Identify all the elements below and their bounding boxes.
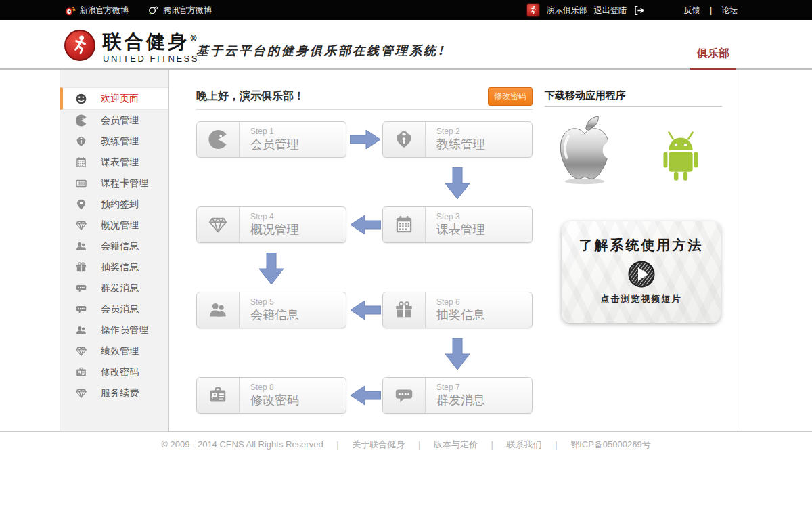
location-pin-icon [75, 198, 87, 211]
video-card-title: 了解系统使用方法 [579, 236, 704, 255]
smiley-icon [75, 93, 87, 105]
brand-name-cn: 联合健身® [103, 28, 199, 52]
sidebar-item-membership[interactable]: 会籍信息 [60, 236, 168, 257]
step-number: Step 2 [436, 127, 485, 137]
android-robot[interactable] [651, 126, 710, 184]
footer-divider [0, 431, 812, 432]
chat-bubble-icon [75, 282, 87, 294]
step-box-8[interactable]: Step 8 修改密码 [196, 377, 346, 414]
arrow-right-icon [350, 129, 381, 150]
diamond-icon [75, 387, 87, 399]
topbar: 新浪官方微博 腾讯官方微博 演示俱乐部 退出登陆 [0, 0, 812, 20]
topbar-separator: | [707, 5, 715, 15]
arrow-left-icon [350, 385, 381, 406]
diamond-icon [75, 219, 87, 232]
calendar-icon [383, 207, 426, 242]
downloads-divider [545, 106, 722, 107]
step-box-1[interactable]: Step 1 会员管理 [196, 121, 346, 158]
app-window: 新浪官方微博 腾讯官方微博 演示俱乐部 退出登陆 [0, 0, 812, 524]
step-label: 课表管理 [436, 222, 485, 238]
chat-bubble-icon [75, 303, 87, 315]
sidebar-item-course-card[interactable]: 课程卡管理 [60, 173, 168, 194]
sidebar-item-broadcast[interactable]: 群发消息 [60, 278, 168, 299]
sidebar-item-lottery[interactable]: 抽奖信息 [60, 257, 168, 278]
greeting-divider [196, 109, 533, 110]
feedback-link[interactable]: 反馈 [684, 5, 700, 16]
step-box-5[interactable]: Step 5 会籍信息 [196, 292, 346, 328]
step-box-4[interactable]: Step 4 概况管理 [196, 206, 346, 243]
footer-link-about[interactable]: 关于联合健身 [346, 439, 410, 450]
sidebar-item-renewal[interactable]: 服务续费 [60, 383, 168, 403]
logout-icon[interactable] [633, 5, 645, 16]
arrow-left-icon [350, 215, 381, 235]
logout-link[interactable]: 退出登陆 [594, 5, 627, 16]
footer-separator: | [413, 439, 426, 450]
step-label: 会员管理 [250, 137, 299, 152]
step-box-3[interactable]: Step 3 课表管理 [382, 206, 533, 243]
footer-separator: | [331, 439, 344, 450]
users-icon [197, 292, 240, 328]
coach-lock-icon [75, 135, 87, 148]
footer-separator: | [486, 439, 499, 450]
footer-link-pricing[interactable]: 版本与定价 [428, 439, 483, 450]
sidebar-item-performance[interactable]: 绩效管理 [60, 341, 168, 362]
tencent-weibo-link[interactable]: 腾讯官方微博 [148, 5, 212, 16]
apple-logo[interactable] [554, 112, 616, 188]
arrow-down-icon [445, 338, 470, 370]
sidebar-item-members[interactable]: 会员管理 [60, 110, 168, 131]
change-password-button[interactable]: 修改密码 [488, 87, 533, 106]
sina-weibo-label: 新浪官方微博 [80, 5, 129, 16]
runner-icon [528, 5, 538, 15]
footer: © 2009 - 2014 CENS All Rights Reserved |… [0, 439, 812, 451]
play-icon [627, 260, 656, 288]
arrow-left-icon [350, 300, 381, 320]
id-card-icon [75, 366, 87, 378]
step-label: 教练管理 [436, 137, 485, 152]
sina-weibo-icon [64, 5, 76, 16]
calendar-icon [75, 156, 87, 169]
step-number: Step 8 [250, 383, 299, 393]
step-label: 概况管理 [250, 222, 299, 238]
sidebar-item-password[interactable]: 修改密码 [60, 362, 168, 383]
id-card-icon [197, 378, 240, 413]
tab-club[interactable]: 俱乐部 [690, 47, 736, 70]
greeting-text: 晚上好，演示俱乐部！ [196, 89, 304, 104]
step-box-6[interactable]: Step 6 抽奖信息 [382, 292, 533, 328]
tencent-weibo-icon [148, 5, 159, 16]
sidebar-item-booking[interactable]: 预约签到 [60, 194, 168, 215]
step-label: 群发消息 [436, 393, 485, 408]
sina-weibo-link[interactable]: 新浪官方微博 [64, 5, 129, 16]
brand-logo[interactable] [64, 30, 95, 61]
sidebar-item-member-messages[interactable]: 会员消息 [60, 299, 168, 320]
brand-text: 联合健身® UNITED FITNESS [103, 28, 199, 64]
onboarding-flow: Step 1 会员管理 Step 2 教练管理 Step 4 概况管理 Step… [196, 115, 535, 427]
step-number: Step 3 [436, 212, 485, 222]
step-label: 抽奖信息 [436, 307, 485, 323]
forum-link[interactable]: 论坛 [721, 5, 738, 16]
sidebar-item-operators[interactable]: 操作员管理 [60, 320, 168, 341]
coach-lock-icon [383, 122, 426, 157]
step-box-7[interactable]: Step 7 群发消息 [382, 377, 533, 414]
sidebar-item-welcome[interactable]: 欢迎页面 [60, 87, 168, 110]
sidebar-item-schedule[interactable]: 课表管理 [60, 152, 168, 173]
club-name[interactable]: 演示俱乐部 [547, 5, 587, 16]
copyright-text: © 2009 - 2014 CENS All Rights Reserved [156, 439, 328, 450]
brand-name-en: UNITED FITNESS [103, 53, 199, 64]
footer-link-contact[interactable]: 联系我们 [501, 439, 547, 450]
diamond-icon [75, 345, 87, 357]
step-number: Step 6 [436, 297, 485, 307]
arrow-down-icon [258, 253, 284, 285]
step-number: Step 4 [250, 212, 299, 222]
tencent-weibo-label: 腾讯官方微博 [163, 5, 212, 16]
step-label: 会籍信息 [250, 307, 299, 323]
gift-icon [383, 292, 426, 328]
footer-separator: | [549, 439, 562, 450]
tutorial-video-card[interactable]: 了解系统使用方法 点击浏览视频短片 [562, 221, 721, 323]
sidebar-item-overview[interactable]: 概况管理 [60, 215, 168, 236]
sidebar: 欢迎页面 会员管理 教练管理 课表管理 课程卡管理 预约签到 概况管理 会籍信 [60, 70, 169, 431]
runner-icon [68, 34, 91, 57]
step-label: 修改密码 [250, 393, 299, 408]
sidebar-item-coaches[interactable]: 教练管理 [60, 131, 168, 152]
downloads-title: 下载移动应用程序 [545, 89, 626, 102]
step-box-2[interactable]: Step 2 教练管理 [382, 121, 533, 158]
